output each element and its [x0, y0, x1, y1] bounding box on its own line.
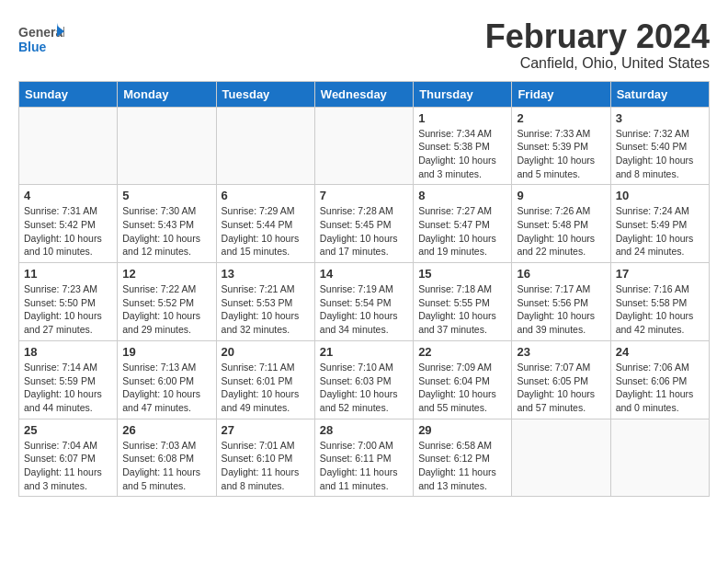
day-info: Sunrise: 7:34 AM Sunset: 5:38 PM Dayligh… — [418, 127, 506, 181]
day-info: Sunrise: 7:21 AM Sunset: 5:53 PM Dayligh… — [222, 282, 310, 337]
day-info: Sunrise: 7:06 AM Sunset: 6:06 PM Dayligh… — [616, 361, 704, 415]
calendar-cell: 24Sunrise: 7:06 AM Sunset: 6:06 PM Dayli… — [610, 340, 709, 419]
calendar-cell: 10Sunrise: 7:24 AM Sunset: 5:49 PM Dayli… — [610, 185, 709, 263]
day-number: 17 — [616, 267, 704, 281]
day-number: 13 — [222, 267, 310, 281]
calendar-cell: 3Sunrise: 7:32 AM Sunset: 5:40 PM Daylig… — [610, 107, 709, 185]
day-number: 19 — [122, 345, 210, 359]
calendar-cell: 16Sunrise: 7:17 AM Sunset: 5:56 PM Dayli… — [512, 263, 610, 341]
day-info: Sunrise: 7:18 AM Sunset: 5:55 PM Dayligh… — [418, 282, 506, 337]
weekday-header-friday: Friday — [512, 81, 610, 107]
day-number: 20 — [222, 345, 310, 359]
day-info: Sunrise: 7:14 AM Sunset: 5:59 PM Dayligh… — [24, 361, 112, 415]
calendar-cell: 1Sunrise: 7:34 AM Sunset: 5:38 PM Daylig… — [414, 107, 512, 185]
calendar-cell — [512, 419, 610, 497]
day-number: 10 — [616, 189, 704, 202]
day-info: Sunrise: 7:10 AM Sunset: 6:03 PM Dayligh… — [320, 361, 408, 415]
weekday-header-monday: Monday — [118, 81, 216, 107]
svg-text:Blue: Blue — [18, 40, 47, 54]
location-subtitle: Canfield, Ohio, United States — [485, 55, 710, 72]
day-info: Sunrise: 7:28 AM Sunset: 5:45 PM Dayligh… — [320, 204, 408, 259]
day-number: 15 — [418, 267, 506, 281]
calendar-cell: 27Sunrise: 7:01 AM Sunset: 6:10 PM Dayli… — [216, 419, 314, 497]
day-number: 14 — [320, 267, 408, 281]
day-info: Sunrise: 7:09 AM Sunset: 6:04 PM Dayligh… — [418, 361, 506, 415]
calendar-cell: 6Sunrise: 7:29 AM Sunset: 5:44 PM Daylig… — [216, 185, 314, 263]
day-number: 22 — [418, 345, 506, 359]
calendar-cell: 22Sunrise: 7:09 AM Sunset: 6:04 PM Dayli… — [414, 340, 512, 419]
page-header: General Blue February 2024 Canfield, Ohi… — [18, 18, 710, 72]
day-info: Sunrise: 7:11 AM Sunset: 6:01 PM Dayligh… — [222, 361, 310, 415]
day-info: Sunrise: 7:30 AM Sunset: 5:43 PM Dayligh… — [122, 204, 210, 259]
day-number: 1 — [418, 111, 506, 125]
day-number: 18 — [24, 345, 112, 359]
day-number: 5 — [122, 189, 210, 202]
day-info: Sunrise: 7:33 AM Sunset: 5:39 PM Dayligh… — [517, 127, 605, 181]
calendar-cell — [216, 107, 314, 185]
calendar-cell — [610, 419, 709, 497]
calendar-cell: 2Sunrise: 7:33 AM Sunset: 5:39 PM Daylig… — [512, 107, 610, 185]
day-info: Sunrise: 6:58 AM Sunset: 6:12 PM Dayligh… — [418, 439, 506, 493]
logo: General Blue — [18, 18, 64, 63]
calendar-cell: 4Sunrise: 7:31 AM Sunset: 5:42 PM Daylig… — [19, 185, 118, 263]
day-info: Sunrise: 7:29 AM Sunset: 5:44 PM Dayligh… — [222, 204, 310, 259]
calendar-cell: 19Sunrise: 7:13 AM Sunset: 6:00 PM Dayli… — [118, 340, 216, 419]
day-number: 11 — [24, 267, 112, 281]
calendar-cell: 26Sunrise: 7:03 AM Sunset: 6:08 PM Dayli… — [118, 419, 216, 497]
title-area: February 2024 Canfield, Ohio, United Sta… — [485, 18, 710, 72]
day-info: Sunrise: 7:16 AM Sunset: 5:58 PM Dayligh… — [616, 282, 704, 337]
day-info: Sunrise: 7:22 AM Sunset: 5:52 PM Dayligh… — [122, 282, 210, 337]
day-info: Sunrise: 7:26 AM Sunset: 5:48 PM Dayligh… — [517, 204, 605, 259]
calendar-table: SundayMondayTuesdayWednesdayThursdayFrid… — [18, 81, 710, 498]
day-info: Sunrise: 7:04 AM Sunset: 6:07 PM Dayligh… — [24, 439, 112, 493]
day-number: 12 — [122, 267, 210, 281]
day-number: 3 — [616, 111, 704, 125]
week-row-2: 4Sunrise: 7:31 AM Sunset: 5:42 PM Daylig… — [19, 185, 710, 263]
day-number: 6 — [222, 189, 310, 202]
day-number: 8 — [418, 189, 506, 202]
day-number: 24 — [616, 345, 704, 359]
calendar-cell — [314, 107, 413, 185]
day-info: Sunrise: 7:13 AM Sunset: 6:00 PM Dayligh… — [122, 361, 210, 415]
calendar-cell: 7Sunrise: 7:28 AM Sunset: 5:45 PM Daylig… — [314, 185, 413, 263]
calendar-cell: 17Sunrise: 7:16 AM Sunset: 5:58 PM Dayli… — [610, 263, 709, 341]
day-number: 29 — [418, 423, 506, 437]
day-number: 16 — [517, 267, 605, 281]
day-number: 2 — [517, 111, 605, 125]
weekday-header-tuesday: Tuesday — [216, 81, 314, 107]
calendar-cell: 20Sunrise: 7:11 AM Sunset: 6:01 PM Dayli… — [216, 340, 314, 419]
calendar-cell: 18Sunrise: 7:14 AM Sunset: 5:59 PM Dayli… — [19, 340, 118, 419]
calendar-cell: 12Sunrise: 7:22 AM Sunset: 5:52 PM Dayli… — [118, 263, 216, 341]
day-info: Sunrise: 7:07 AM Sunset: 6:05 PM Dayligh… — [517, 361, 605, 415]
week-row-4: 18Sunrise: 7:14 AM Sunset: 5:59 PM Dayli… — [19, 340, 710, 419]
day-number: 7 — [320, 189, 408, 202]
calendar-cell: 13Sunrise: 7:21 AM Sunset: 5:53 PM Dayli… — [216, 263, 314, 341]
calendar-cell: 29Sunrise: 6:58 AM Sunset: 6:12 PM Dayli… — [414, 419, 512, 497]
weekday-header-saturday: Saturday — [610, 81, 709, 107]
calendar-cell — [118, 107, 216, 185]
day-number: 25 — [24, 423, 112, 437]
day-info: Sunrise: 7:24 AM Sunset: 5:49 PM Dayligh… — [616, 204, 704, 259]
week-row-5: 25Sunrise: 7:04 AM Sunset: 6:07 PM Dayli… — [19, 419, 710, 497]
weekday-header-sunday: Sunday — [19, 81, 118, 107]
day-info: Sunrise: 7:27 AM Sunset: 5:47 PM Dayligh… — [418, 204, 506, 259]
day-info: Sunrise: 7:17 AM Sunset: 5:56 PM Dayligh… — [517, 282, 605, 337]
week-row-3: 11Sunrise: 7:23 AM Sunset: 5:50 PM Dayli… — [19, 263, 710, 341]
calendar-cell — [19, 107, 118, 185]
week-row-1: 1Sunrise: 7:34 AM Sunset: 5:38 PM Daylig… — [19, 107, 710, 185]
day-number: 26 — [122, 423, 210, 437]
calendar-cell: 25Sunrise: 7:04 AM Sunset: 6:07 PM Dayli… — [19, 419, 118, 497]
calendar-cell: 9Sunrise: 7:26 AM Sunset: 5:48 PM Daylig… — [512, 185, 610, 263]
day-number: 9 — [517, 189, 605, 202]
calendar-cell: 8Sunrise: 7:27 AM Sunset: 5:47 PM Daylig… — [414, 185, 512, 263]
day-info: Sunrise: 7:32 AM Sunset: 5:40 PM Dayligh… — [616, 127, 704, 181]
day-number: 28 — [320, 423, 408, 437]
day-info: Sunrise: 7:23 AM Sunset: 5:50 PM Dayligh… — [24, 282, 112, 337]
calendar-cell: 23Sunrise: 7:07 AM Sunset: 6:05 PM Dayli… — [512, 340, 610, 419]
day-info: Sunrise: 7:01 AM Sunset: 6:10 PM Dayligh… — [222, 439, 310, 493]
calendar-cell: 11Sunrise: 7:23 AM Sunset: 5:50 PM Dayli… — [19, 263, 118, 341]
calendar-cell: 15Sunrise: 7:18 AM Sunset: 5:55 PM Dayli… — [414, 263, 512, 341]
day-info: Sunrise: 7:31 AM Sunset: 5:42 PM Dayligh… — [24, 204, 112, 259]
day-info: Sunrise: 7:00 AM Sunset: 6:11 PM Dayligh… — [320, 439, 408, 493]
month-title: February 2024 — [485, 18, 710, 55]
